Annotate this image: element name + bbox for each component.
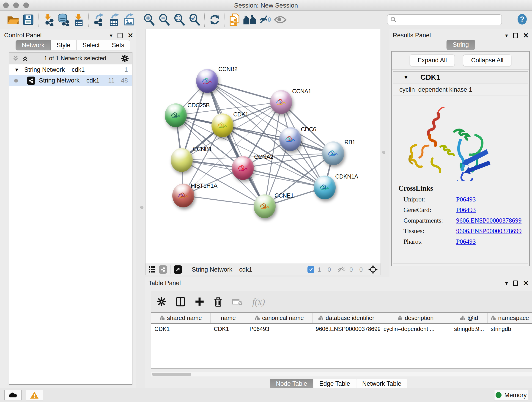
crosslink-link[interactable]: P06493 <box>456 206 476 214</box>
crosslink-link[interactable]: P06493 <box>456 238 476 245</box>
column-header-name[interactable]: name <box>210 313 246 323</box>
delete-table-icon[interactable] <box>232 298 243 306</box>
save-session-button[interactable] <box>21 12 36 27</box>
table-panel-float-button[interactable] <box>513 281 518 286</box>
expand-all-button[interactable]: Expand All <box>410 55 455 66</box>
toolbar-separator <box>139 13 139 27</box>
network-node-RB1[interactable] <box>322 141 344 165</box>
gear-icon[interactable] <box>121 55 129 62</box>
tab-select[interactable]: Select <box>76 40 106 51</box>
collection-disclosure-triangle[interactable]: ▼ <box>14 67 19 73</box>
help-button[interactable]: ? <box>516 13 528 26</box>
apply-layout-button[interactable] <box>207 12 222 27</box>
tab-sets[interactable]: Sets <box>106 40 130 51</box>
import-table-button[interactable] <box>71 12 86 27</box>
network-node-CDKN1A[interactable] <box>314 176 336 199</box>
results-panel-float-button[interactable] <box>513 33 518 38</box>
zoom-fit-button[interactable] <box>172 12 187 27</box>
clone-network-icon <box>228 13 241 27</box>
tab-style[interactable]: Style <box>51 40 76 51</box>
table-settings-gear-icon[interactable] <box>157 297 166 306</box>
control-panel-float-button[interactable] <box>118 33 123 38</box>
zoom-in-button[interactable] <box>142 12 157 27</box>
results-panel-close-button[interactable]: ✕ <box>523 32 529 39</box>
network-node-CCNE1[interactable] <box>254 194 276 218</box>
network-node-CDC25B[interactable] <box>165 103 187 127</box>
collapse-all-button[interactable]: Collapse All <box>463 55 511 66</box>
network-view-canvas[interactable]: CCNB2CCNA1CDC25BCDK1CDC6RB1CCNB1CCNA2CDK… <box>145 29 381 264</box>
cloud-button[interactable] <box>4 390 22 400</box>
import-network-from-database-button[interactable] <box>56 12 71 27</box>
results-panel-menu-button[interactable]: ▾ <box>505 32 508 39</box>
open-session-button[interactable] <box>6 12 21 27</box>
import-table-icon <box>72 13 85 26</box>
hidden-eye-icon[interactable] <box>337 266 346 273</box>
delete-column-trash-icon[interactable] <box>214 297 222 307</box>
column-header-namespace[interactable]: namespace <box>488 313 532 323</box>
expand-all-chevron-icon[interactable] <box>12 55 20 62</box>
column-header-databaseidentifier[interactable]: database identifier <box>312 313 380 323</box>
export-network-button[interactable] <box>91 12 106 27</box>
search-input[interactable] <box>387 14 502 25</box>
table-horizontal-scrollbar[interactable] <box>151 372 532 377</box>
right-splitter-handle[interactable] <box>382 151 385 154</box>
tab-string[interactable]: String <box>447 40 475 50</box>
network-row[interactable]: String Network – cdk1 11 48 <box>9 75 132 86</box>
show-columns-icon[interactable] <box>176 297 185 307</box>
function-builder-button[interactable]: f(x) <box>252 296 265 307</box>
selected-checkbox-icon[interactable] <box>307 266 314 273</box>
node-protein-thumbnail <box>318 181 331 195</box>
import-network-file-button[interactable] <box>41 12 56 27</box>
network-collection-row[interactable]: ▼ String Network – cdk1 1 <box>9 64 132 75</box>
tab-network[interactable]: Network <box>16 40 51 51</box>
column-header-id[interactable]: @id <box>451 313 488 323</box>
crosslink-link[interactable]: 9606.ENSP00000378699 <box>456 217 521 224</box>
table-panel-menu-button[interactable]: ▾ <box>505 280 508 287</box>
crosslink-link[interactable]: P06493 <box>456 196 476 203</box>
network-node-CDK1[interactable] <box>211 114 234 137</box>
hide-glass-button[interactable] <box>258 12 273 27</box>
network-node-CCNA1[interactable] <box>270 90 292 114</box>
network-edges[interactable] <box>146 29 380 264</box>
annotation-mode-icon[interactable] <box>159 265 167 274</box>
collapse-all-chevron-icon[interactable] <box>22 55 29 62</box>
zoom-out-button[interactable] <box>157 12 172 27</box>
create-column-plus-icon[interactable] <box>195 297 204 306</box>
export-image-button[interactable] <box>121 12 137 27</box>
gene-disclosure-triangle[interactable]: ▼ <box>404 75 409 80</box>
network-node-CCNB2[interactable] <box>196 69 218 93</box>
birdseye-view-icon[interactable] <box>174 265 182 274</box>
tab-network-table[interactable]: Network Table <box>356 379 408 389</box>
network-node-CCNA2[interactable] <box>232 156 254 180</box>
show-glass-button[interactable] <box>273 12 288 27</box>
left-splitter-handle[interactable] <box>140 206 143 209</box>
memory-button[interactable]: Memory <box>494 390 528 400</box>
control-panel-close-button[interactable]: ✕ <box>128 32 133 39</box>
network-list-box: 1 of 1 Network selected ▼ String Network… <box>9 52 133 385</box>
grid-view-icon[interactable] <box>148 266 156 273</box>
zoom-selected-button[interactable] <box>187 12 202 27</box>
node-label-CDC25B: CDC25B <box>187 102 210 109</box>
crosslink-link[interactable]: 9606.ENSP00000378699 <box>456 227 521 235</box>
network-node-CCNB1[interactable] <box>171 148 193 172</box>
tab-node-table[interactable]: Node Table <box>270 379 313 389</box>
tab-edge-table[interactable]: Edge Table <box>313 379 356 389</box>
clone-network-button[interactable] <box>227 12 242 27</box>
column-header-description[interactable]: description <box>380 313 451 323</box>
column-header-canonicalname[interactable]: canonical name <box>246 313 312 323</box>
node-protein-thumbnail <box>258 199 271 214</box>
warnings-button[interactable] <box>26 390 43 400</box>
table-row[interactable]: CDK1CDK1P064939606.ENSP00000378699cyclin… <box>151 324 532 334</box>
table-panel-close-button[interactable]: ✕ <box>523 279 529 287</box>
network-node-CDC6[interactable] <box>279 127 301 151</box>
zoom-fit-icon <box>173 13 186 26</box>
string-home-button[interactable] <box>242 12 258 27</box>
crosshair-icon[interactable] <box>368 265 378 274</box>
control-panel-menu-button[interactable]: ▾ <box>110 32 113 39</box>
network-icon <box>27 77 35 85</box>
node-protein-thumbnail <box>200 74 214 88</box>
zoom-selected-icon <box>188 13 201 26</box>
warning-triangle-icon <box>30 391 39 399</box>
export-table-button[interactable] <box>106 12 121 27</box>
column-header-sharedname[interactable]: shared name <box>151 313 210 323</box>
